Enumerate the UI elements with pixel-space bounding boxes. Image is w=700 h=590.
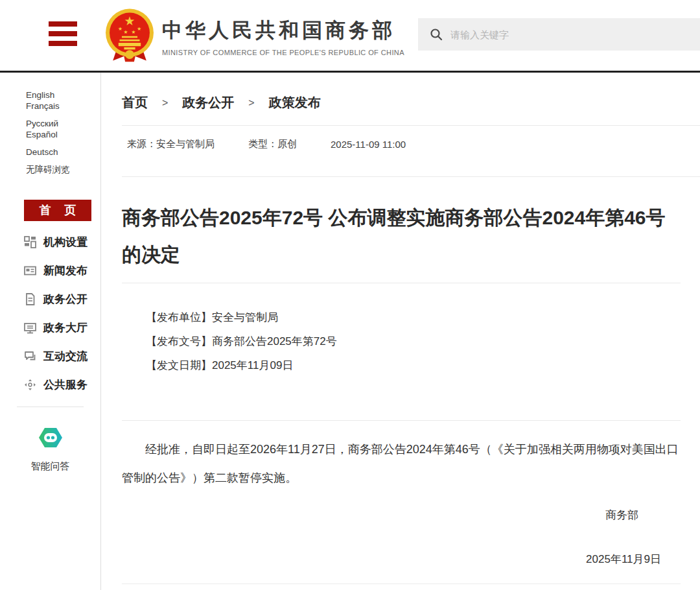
public-service-icon [24,379,36,391]
info-publish-unit: 【发布单位】安全与管制局 [146,305,681,329]
sidebar: English Français Русский Español Deutsch… [0,73,101,590]
article-info-block: 【发布单位】安全与管制局 【发布文号】商务部公告2025年第72号 【发文日期】… [146,305,681,377]
hamburger-menu-icon[interactable] [49,21,77,47]
breadcrumb: 首页 > 政务公开 > 政策发布 [122,94,681,112]
divider [122,176,700,177]
divider [122,584,681,584]
sidebar-item-label: 新闻发布 [43,263,88,278]
breadcrumb-gov-disclosure[interactable]: 政务公开 [182,94,234,112]
svg-text:★: ★ [137,26,141,32]
article-title: 商务部公告2025年72号 公布调整实施商务部公告2024年第46号的决定 [122,199,681,273]
search-box[interactable] [418,18,700,51]
sidebar-item-news[interactable]: 新闻发布 [24,256,100,285]
chat-icon [24,350,36,362]
document-icon [24,293,36,305]
article-sign-date: 2025年11月9日 [122,552,681,567]
meta-datetime: 2025-11-09 11:00 [331,139,406,150]
main-content: 首页 > 政务公开 > 政策发布 来源： 安全与管制局 类型： 原创 2025-… [102,73,700,590]
svg-text:★: ★ [132,29,136,35]
svg-text:★: ★ [118,26,122,32]
divider [122,420,681,421]
sidebar-item-label: 公共服务 [43,377,88,392]
sidebar-item-label: 互动交流 [43,349,88,364]
article-meta: 来源： 安全与管制局 类型： 原创 2025-11-09 11:00 [122,126,681,163]
sidebar-item-service-hall[interactable]: 政务大厅 [24,313,100,342]
sidebar-item-interaction[interactable]: 互动交流 [24,342,100,370]
article-body: 经批准，自即日起至2026年11月27日，商务部公告2024年第46号（《关于加… [122,435,681,492]
meta-source-value: 安全与管制局 [156,138,215,150]
org-grid-icon [24,236,36,248]
article-signer: 商务部 [122,508,681,523]
smart-qa-entry[interactable]: 智能问答 [17,407,84,473]
lang-francais[interactable]: Français [26,101,60,111]
meta-source-label: 来源： [127,138,156,150]
site-subtitle: MINISTRY OF COMMERCE OF THE PEOPLE'S REP… [162,49,404,56]
search-icon [430,28,443,41]
service-hall-icon [24,322,36,334]
site-title: 中华人民共和国商务部 [162,17,404,44]
sidebar-item-label: 政务大厅 [43,320,88,335]
accessibility-link[interactable]: 无障碍浏览 [26,165,70,174]
breadcrumb-separator: > [248,97,254,109]
breadcrumb-separator: > [162,97,168,109]
meta-type-label: 类型： [248,138,277,150]
info-document-number: 【发布文号】商务部公告2025年第72号 [146,329,681,353]
search-input[interactable] [450,29,664,40]
smart-qa-robot-icon [36,425,65,450]
meta-type-value: 原创 [277,138,297,150]
language-switcher: English Français Русский Español Deutsch… [26,89,97,175]
breadcrumb-policy-release[interactable]: 政策发布 [269,94,321,112]
sidebar-menu: 机构设置 新闻发布 政务公开 [24,228,100,399]
lang-deutsch[interactable]: Deutsch [26,147,58,157]
sidebar-item-organization[interactable]: 机构设置 [24,228,100,256]
site-title-block: 中华人民共和国商务部 MINISTRY OF COMMERCE OF THE P… [162,17,404,56]
sidebar-item-label: 政务公开 [43,292,88,307]
news-icon [24,265,36,277]
sidebar-item-label: 机构设置 [43,235,88,250]
svg-text:★: ★ [124,14,135,28]
sidebar-item-home[interactable]: 首 页 [24,200,91,221]
breadcrumb-home[interactable]: 首页 [122,94,148,112]
lang-english[interactable]: English [26,90,54,100]
lang-russian[interactable]: Русский [26,119,58,128]
svg-text:★: ★ [124,29,128,35]
lang-espanol[interactable]: Español [26,130,58,139]
smart-qa-label: 智能问答 [17,460,84,473]
sidebar-item-public-service[interactable]: 公共服务 [24,370,100,399]
info-issue-date: 【发文日期】2025年11月09日 [146,353,681,377]
site-header: ★ ★ ★ ★ ★ 中华人民共和国商务部 MINISTRY OF COMMERC… [0,0,700,71]
sidebar-item-gov-disclosure[interactable]: 政务公开 [24,285,100,313]
national-emblem-logo: ★ ★ ★ ★ ★ [102,7,158,63]
divider [122,283,681,283]
